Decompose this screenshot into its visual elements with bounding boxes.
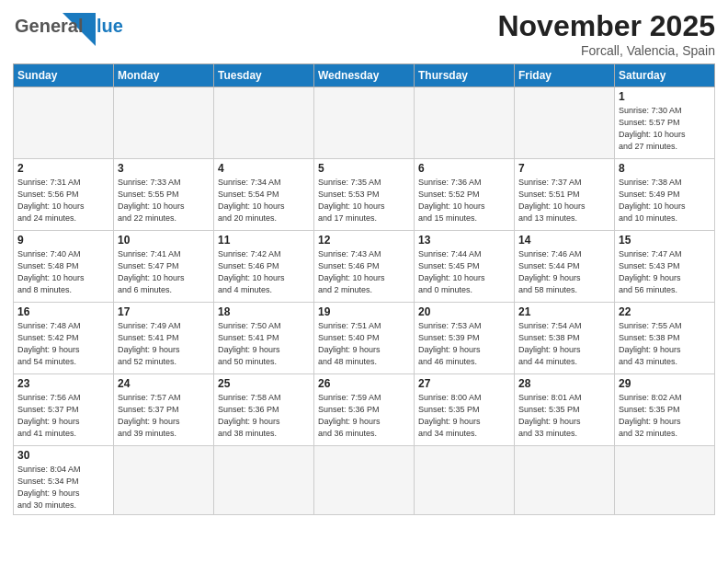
day-28: 28 Sunrise: 8:01 AMSunset: 5:35 PMDaylig… [515, 374, 615, 446]
day-17: 17 Sunrise: 7:49 AMSunset: 5:41 PMDaylig… [114, 303, 214, 374]
col-thursday: Thursday [415, 64, 515, 87]
empty-cell [214, 87, 314, 159]
day-29: 29 Sunrise: 8:02 AMSunset: 5:35 PMDaylig… [615, 374, 715, 446]
header: GeneralBlue November 2025 Forcall, Valen… [13, 9, 715, 58]
day-15: 15 Sunrise: 7:47 AMSunset: 5:43 PMDaylig… [615, 231, 715, 303]
table-row: 2 Sunrise: 7:31 AMSunset: 5:56 PMDayligh… [14, 159, 715, 231]
col-wednesday: Wednesday [314, 64, 415, 87]
day-22: 22 Sunrise: 7:55 AMSunset: 5:38 PMDaylig… [615, 303, 715, 374]
empty-cell [515, 87, 615, 159]
day-4: 4 Sunrise: 7:34 AMSunset: 5:54 PMDayligh… [214, 159, 314, 231]
day-30: 30 Sunrise: 8:04 AMSunset: 5:34 PMDaylig… [14, 446, 114, 515]
col-friday: Friday [515, 64, 615, 87]
day-8: 8 Sunrise: 7:38 AMSunset: 5:49 PMDayligh… [615, 159, 715, 231]
day-19: 19 Sunrise: 7:51 AMSunset: 5:40 PMDaylig… [314, 303, 415, 374]
day-3: 3 Sunrise: 7:33 AMSunset: 5:55 PMDayligh… [114, 159, 214, 231]
day-14: 14 Sunrise: 7:46 AMSunset: 5:44 PMDaylig… [515, 231, 615, 303]
day-1: 1 Sunrise: 7:30 AMSunset: 5:57 PMDayligh… [615, 87, 715, 159]
col-sunday: Sunday [14, 64, 114, 87]
day-25: 25 Sunrise: 7:58 AMSunset: 5:36 PMDaylig… [214, 374, 314, 446]
empty-cell [415, 87, 515, 159]
empty-cell [314, 87, 415, 159]
table-row: 23 Sunrise: 7:56 AMSunset: 5:37 PMDaylig… [14, 374, 715, 446]
day-12: 12 Sunrise: 7:43 AMSunset: 5:46 PMDaylig… [314, 231, 415, 303]
empty-cell [415, 446, 515, 515]
day-13: 13 Sunrise: 7:44 AMSunset: 5:45 PMDaylig… [415, 231, 515, 303]
day-24: 24 Sunrise: 7:57 AMSunset: 5:37 PMDaylig… [114, 374, 214, 446]
logo: GeneralBlue [13, 9, 96, 53]
day-10: 10 Sunrise: 7:41 AMSunset: 5:47 PMDaylig… [114, 231, 214, 303]
day-20: 20 Sunrise: 7:53 AMSunset: 5:39 PMDaylig… [415, 303, 515, 374]
day-5: 5 Sunrise: 7:35 AMSunset: 5:53 PMDayligh… [314, 159, 415, 231]
empty-cell [214, 446, 314, 515]
page: GeneralBlue November 2025 Forcall, Valen… [0, 0, 728, 563]
empty-cell [515, 446, 615, 515]
col-tuesday: Tuesday [214, 64, 314, 87]
day-11: 11 Sunrise: 7:42 AMSunset: 5:46 PMDaylig… [214, 231, 314, 303]
day-27: 27 Sunrise: 8:00 AMSunset: 5:35 PMDaylig… [415, 374, 515, 446]
empty-cell [615, 446, 715, 515]
empty-cell [314, 446, 415, 515]
day-9: 9 Sunrise: 7:40 AMSunset: 5:48 PMDayligh… [14, 231, 114, 303]
day-16: 16 Sunrise: 7:48 AMSunset: 5:42 PMDaylig… [14, 303, 114, 374]
day-6: 6 Sunrise: 7:36 AMSunset: 5:52 PMDayligh… [415, 159, 515, 231]
col-saturday: Saturday [615, 64, 715, 87]
empty-cell [114, 446, 214, 515]
day-23: 23 Sunrise: 7:56 AMSunset: 5:37 PMDaylig… [14, 374, 114, 446]
day-7: 7 Sunrise: 7:37 AMSunset: 5:51 PMDayligh… [515, 159, 615, 231]
table-row: 9 Sunrise: 7:40 AMSunset: 5:48 PMDayligh… [14, 231, 715, 303]
table-row: 1 Sunrise: 7:30 AMSunset: 5:57 PMDayligh… [14, 87, 715, 159]
day-18: 18 Sunrise: 7:50 AMSunset: 5:41 PMDaylig… [214, 303, 314, 374]
calendar-table: Sunday Monday Tuesday Wednesday Thursday… [13, 63, 715, 515]
table-row: 30 Sunrise: 8:04 AMSunset: 5:34 PMDaylig… [14, 446, 715, 515]
logo-text: GeneralBlue [15, 17, 123, 35]
empty-cell [14, 87, 114, 159]
empty-cell [114, 87, 214, 159]
day-26: 26 Sunrise: 7:59 AMSunset: 5:36 PMDaylig… [314, 374, 415, 446]
day-2: 2 Sunrise: 7:31 AMSunset: 5:56 PMDayligh… [14, 159, 114, 231]
title-area: November 2025 Forcall, Valencia, Spain [497, 9, 715, 58]
month-title: November 2025 [497, 9, 715, 43]
day-21: 21 Sunrise: 7:54 AMSunset: 5:38 PMDaylig… [515, 303, 615, 374]
table-row: 16 Sunrise: 7:48 AMSunset: 5:42 PMDaylig… [14, 303, 715, 374]
location: Forcall, Valencia, Spain [497, 43, 715, 58]
col-monday: Monday [114, 64, 214, 87]
